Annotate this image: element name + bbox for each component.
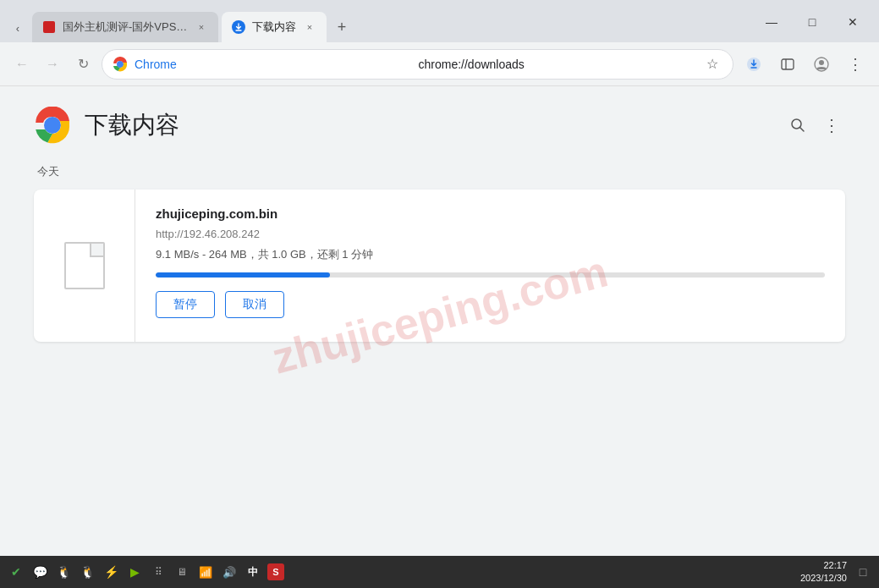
tab-close-2[interactable]: × xyxy=(303,20,316,34)
taskbar-ime-icon[interactable]: 中 xyxy=(244,563,262,581)
tab-favicon-red xyxy=(42,20,56,34)
omnibox[interactable]: Chrome chrome://downloads ☆ xyxy=(102,49,733,80)
pause-button[interactable]: 暂停 xyxy=(156,291,215,318)
progress-bar-fill xyxy=(156,272,330,278)
taskbar-grid-icon[interactable]: ⠿ xyxy=(149,563,168,581)
download-card: zhujiceping.com.bin http://192.46.208.24… xyxy=(34,190,845,342)
back-icon: ← xyxy=(15,57,29,72)
tab-label-2: 下载内容 xyxy=(252,19,296,35)
sidebar-icon xyxy=(780,57,795,72)
chrome-label: Chrome xyxy=(135,58,412,71)
bookmark-button[interactable]: ☆ xyxy=(702,54,722,74)
svg-point-8 xyxy=(44,117,61,134)
minimize-button[interactable]: — xyxy=(752,8,791,36)
url-text: chrome://downloads xyxy=(419,58,696,71)
cancel-button[interactable]: 取消 xyxy=(225,291,284,318)
file-icon xyxy=(64,242,105,289)
taskbar-network-icon[interactable]: 🖥 xyxy=(173,563,191,581)
taskbar-wechat-icon[interactable]: 💬 xyxy=(30,563,49,581)
download-actions: 暂停 取消 xyxy=(156,291,825,318)
new-tab-button[interactable]: + xyxy=(330,15,354,39)
tab-close-1[interactable]: × xyxy=(195,20,208,34)
more-button[interactable]: ⋮ xyxy=(842,51,869,78)
tab-favicon-download xyxy=(232,20,245,34)
taskbar-qq-icon[interactable]: 🐧 xyxy=(54,563,73,581)
clock-date: 2023/12/30 xyxy=(800,572,847,585)
tab-active[interactable]: 下载内容 × xyxy=(222,12,327,42)
profile-button[interactable] xyxy=(808,51,835,78)
sidebar-button[interactable] xyxy=(774,51,801,78)
more-icon: ⋮ xyxy=(848,57,863,72)
download-indicator-button[interactable] xyxy=(740,51,767,78)
download-speed: 9.1 MB/s - 264 MB，共 1.0 GB，还剩 1 分钟 xyxy=(156,247,825,262)
window-controls: — □ ✕ xyxy=(752,8,872,42)
taskbar-checkmark-icon[interactable]: ✔ xyxy=(7,563,25,581)
tab-label-1: 国外主机测评-国外VPS，国... xyxy=(63,19,188,35)
download-info: zhujiceping.com.bin http://192.46.208.24… xyxy=(135,190,845,342)
page-title: 下载内容 xyxy=(85,109,179,141)
bookmark-icon: ☆ xyxy=(706,56,718,72)
taskbar-bluetooth-icon[interactable]: ⚡ xyxy=(102,563,120,581)
download-indicator-icon xyxy=(746,57,761,72)
tab-inactive[interactable]: 国外主机测评-国外VPS，国... × xyxy=(32,12,218,42)
notification-button[interactable]: □ xyxy=(854,563,872,581)
taskbar-right: 22:17 2023/12/30 □ xyxy=(800,559,872,585)
taskbar: ✔ 💬 🐧 🐧 ⚡ ▶ ⠿ 🖥 📶 🔊 中 S 22:17 2023/12/30… xyxy=(0,556,879,588)
clock-time: 22:17 xyxy=(823,559,847,572)
close-button[interactable]: ✕ xyxy=(833,8,872,36)
svg-line-10 xyxy=(800,128,805,132)
maximize-button[interactable]: □ xyxy=(793,8,832,36)
download-url: http://192.46.208.242 xyxy=(156,228,825,240)
taskbar-nvidia-icon[interactable]: ▶ xyxy=(125,563,144,581)
forward-icon: → xyxy=(46,57,59,72)
download-thumbnail xyxy=(34,190,135,342)
search-button[interactable] xyxy=(784,112,811,139)
search-icon xyxy=(789,117,806,134)
page-header-actions: ⋮ xyxy=(784,112,845,139)
taskbar-wps-icon[interactable]: S xyxy=(267,563,284,580)
profile-icon xyxy=(814,57,829,72)
title-bar: ‹ 国外主机测评-国外VPS，国... × 下载内容 × + — □ ✕ xyxy=(0,0,879,42)
download-filename: zhujiceping.com.bin xyxy=(156,206,825,221)
page-more-icon: ⋮ xyxy=(823,115,840,135)
prev-tab-button[interactable]: ‹ xyxy=(7,17,29,39)
svg-point-7 xyxy=(819,60,824,65)
refresh-button[interactable]: ↻ xyxy=(71,52,95,76)
taskbar-volume-icon[interactable]: 🔊 xyxy=(220,563,239,581)
taskbar-clock[interactable]: 22:17 2023/12/30 xyxy=(800,559,847,585)
chrome-logo-icon xyxy=(113,57,128,72)
progress-bar-container xyxy=(156,272,825,278)
back-button[interactable]: ← xyxy=(10,52,34,76)
taskbar-qq2-icon[interactable]: 🐧 xyxy=(78,563,96,581)
taskbar-wifi-icon[interactable]: 📶 xyxy=(196,563,215,581)
page-content: zhujiceping.com 下载内容 ⋮ 今天 xyxy=(0,86,879,556)
svg-point-1 xyxy=(117,61,124,68)
svg-rect-4 xyxy=(782,59,794,69)
page-more-button[interactable]: ⋮ xyxy=(818,112,845,139)
page-header: 下载内容 ⋮ xyxy=(34,107,845,144)
chrome-logo-large xyxy=(34,107,71,144)
refresh-icon: ↻ xyxy=(78,56,89,72)
toolbar: ← → ↻ Chrome chrome://downloads ☆ xyxy=(0,42,879,86)
section-label: 今天 xyxy=(37,164,845,179)
forward-button[interactable]: → xyxy=(41,52,64,76)
